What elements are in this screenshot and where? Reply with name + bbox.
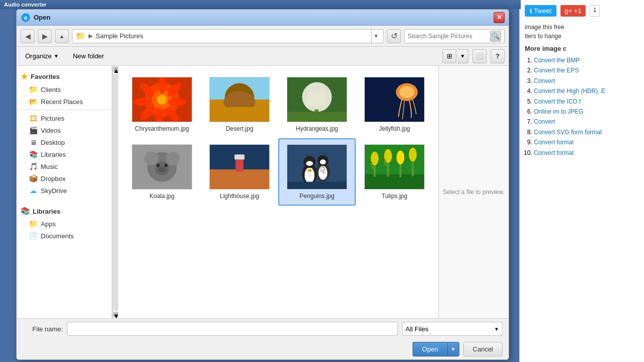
- view-thumbnails-icon: ⊞: [447, 52, 452, 60]
- svg-point-66: [396, 151, 405, 165]
- search-box: 🔍: [404, 29, 505, 43]
- search-button[interactable]: 🔍: [490, 31, 501, 42]
- favorites-star-icon: ★: [21, 72, 28, 81]
- sidebar-link-5[interactable]: Convert the ICO f: [534, 97, 639, 107]
- back-button[interactable]: ◀: [21, 29, 35, 43]
- nav-item-documents[interactable]: 📄 Documents: [17, 230, 112, 242]
- dialog-close-button[interactable]: ✕: [494, 12, 505, 23]
- nav-item-recent-label: Recent Places: [41, 98, 83, 106]
- nav-item-pictures[interactable]: 🖼 Pictures: [17, 112, 112, 124]
- nav-item-videos[interactable]: 🎬 Videos: [17, 124, 112, 136]
- nav-scrollbar[interactable]: ▲ ▼: [112, 66, 118, 318]
- nav-item-music[interactable]: 🎵 Music: [17, 160, 112, 172]
- preview-pane: Select a file to preview.: [438, 66, 509, 318]
- nav-item-desktop-label: Desktop: [41, 139, 65, 146]
- search-input[interactable]: [408, 33, 488, 40]
- view-fullscreen-button[interactable]: ⬜: [472, 49, 487, 63]
- sidebar-link-10[interactable]: Convert format: [534, 148, 639, 158]
- refresh-button[interactable]: ↺: [387, 29, 401, 43]
- file-name-input[interactable]: [67, 322, 398, 336]
- path-text: Sample Pictures: [96, 32, 143, 40]
- file-item-koala[interactable]: Koala.jpg: [123, 138, 201, 206]
- nav-item-dropbox[interactable]: 📦 Dropbox: [17, 172, 112, 185]
- forward-button[interactable]: ▶: [38, 29, 52, 43]
- command-toolbar: Organize ▼ New folder ⊞ ▼ ⬜ ?: [17, 47, 509, 66]
- new-folder-label: New folder: [73, 52, 104, 60]
- svg-rect-27: [287, 112, 347, 122]
- svg-rect-18: [210, 107, 269, 122]
- sidebar-link-2[interactable]: Convert the EPS: [534, 65, 639, 75]
- file-thumb-chrysanthemum: [132, 77, 192, 122]
- path-combo[interactable]: 📁 ▶ Sample Pictures ▼: [72, 29, 384, 43]
- nav-item-libraries[interactable]: 📚 Libraries: [17, 148, 112, 160]
- path-dropdown-arrow[interactable]: ▼: [371, 30, 380, 43]
- more-image-title: More image c: [525, 45, 639, 52]
- libraries-header[interactable]: 📚 Libraries: [17, 205, 112, 218]
- preview-text: Select a file to preview.: [443, 189, 505, 196]
- file-item-jellyfish[interactable]: Jellyfish.jpg: [356, 71, 433, 138]
- desktop-icon: 🖥: [29, 138, 38, 147]
- sidebar-link-3[interactable]: Convert: [534, 76, 639, 86]
- nav-panel: ★ Favorites 📁 Clients 📂 Recent Places 🖼 …: [17, 66, 118, 318]
- sidebar-social-buttons: t Tweet g+ +1 1: [525, 5, 639, 17]
- file-name-label: File name:: [23, 325, 63, 333]
- gplus-button[interactable]: g+ +1: [560, 5, 586, 17]
- new-folder-button[interactable]: New folder: [67, 50, 110, 62]
- svg-point-24: [305, 98, 313, 106]
- right-sidebar: t Tweet g+ +1 1 image this free lters to…: [519, 0, 644, 362]
- file-type-arrow-icon: ▼: [494, 326, 499, 332]
- nav-item-recent-places[interactable]: 📂 Recent Places: [17, 96, 112, 108]
- documents-icon: 📄: [29, 231, 38, 240]
- sidebar-link-6[interactable]: Online im to JPEG: [534, 107, 639, 117]
- svg-point-25: [319, 97, 327, 105]
- nav-item-apps[interactable]: 📁 Apps: [17, 218, 112, 230]
- file-thumb-lighthouse: [209, 144, 270, 190]
- view-thumbnails-button[interactable]: ⊞: [442, 49, 456, 63]
- file-item-chrysanthemum[interactable]: Chrysanthemum.jpg: [123, 71, 201, 138]
- file-grid-area: Chrysanthemum.jpg Desert.jpg: [118, 66, 509, 318]
- sidebar-intro: image this free lters to hange: [525, 23, 639, 41]
- up-button[interactable]: ▲: [55, 29, 69, 43]
- file-item-penguins[interactable]: Penguins.jpg: [278, 138, 356, 206]
- sidebar-link-7[interactable]: Convert: [534, 117, 639, 127]
- tweet-button[interactable]: t Tweet: [525, 5, 556, 17]
- favorites-label: Favorites: [31, 73, 60, 80]
- clients-folder-icon: 📁: [29, 85, 38, 94]
- svg-rect-42: [234, 154, 245, 159]
- nav-item-clients[interactable]: 📁 Clients: [17, 83, 112, 96]
- file-item-tulips[interactable]: Tulips.jpg: [356, 138, 433, 206]
- nav-item-skydrive[interactable]: ☁ SkyDrive: [17, 185, 112, 197]
- file-item-desert[interactable]: Desert.jpg: [201, 71, 278, 138]
- file-item-lighthouse[interactable]: Lighthouse.jpg: [201, 138, 278, 206]
- sidebar-link-4[interactable]: Convert the High (HDR) .E: [534, 86, 639, 96]
- file-type-dropdown[interactable]: All Files ▼: [402, 322, 503, 336]
- organize-button[interactable]: Organize ▼: [21, 50, 63, 62]
- svg-point-33: [144, 152, 158, 166]
- svg-point-38: [165, 164, 168, 167]
- nav-item-desktop[interactable]: 🖥 Desktop: [17, 136, 112, 148]
- file-thumb-koala: [132, 144, 192, 190]
- skydrive-icon: ☁: [29, 186, 38, 195]
- open-dropdown-button[interactable]: ▼: [447, 342, 459, 356]
- dialog-title-bar: e Open ✕: [17, 10, 509, 26]
- open-button[interactable]: Open: [413, 342, 447, 356]
- view-dropdown-button[interactable]: ▼: [457, 49, 468, 63]
- file-item-hydrangeas[interactable]: Hydrangeas.jpg: [278, 71, 356, 138]
- navigation-toolbar: ◀ ▶ ▲ 📁 ▶ Sample Pictures ▼ ↺ 🔍: [17, 26, 509, 47]
- action-buttons-row: Open ▼ Cancel: [17, 339, 509, 359]
- nav-item-dropbox-label: Dropbox: [41, 175, 65, 183]
- cancel-button[interactable]: Cancel: [463, 342, 503, 356]
- svg-rect-43: [235, 159, 244, 172]
- file-name-penguins: Penguins.jpg: [299, 193, 334, 200]
- svg-point-50: [306, 161, 313, 166]
- sidebar-link-8[interactable]: Convert SVG form format: [534, 127, 639, 137]
- back-icon: ◀: [25, 32, 31, 40]
- sidebar-link-1[interactable]: Convert the BMP: [534, 55, 639, 65]
- dropbox-icon: 📦: [29, 174, 38, 183]
- svg-point-37: [156, 164, 159, 167]
- sidebar-link-9[interactable]: Convert format: [534, 137, 639, 147]
- content-area: ★ Favorites 📁 Clients 📂 Recent Places 🖼 …: [17, 66, 509, 318]
- favorites-header[interactable]: ★ Favorites: [17, 70, 112, 83]
- organize-label: Organize: [25, 52, 52, 60]
- help-button[interactable]: ?: [491, 49, 505, 63]
